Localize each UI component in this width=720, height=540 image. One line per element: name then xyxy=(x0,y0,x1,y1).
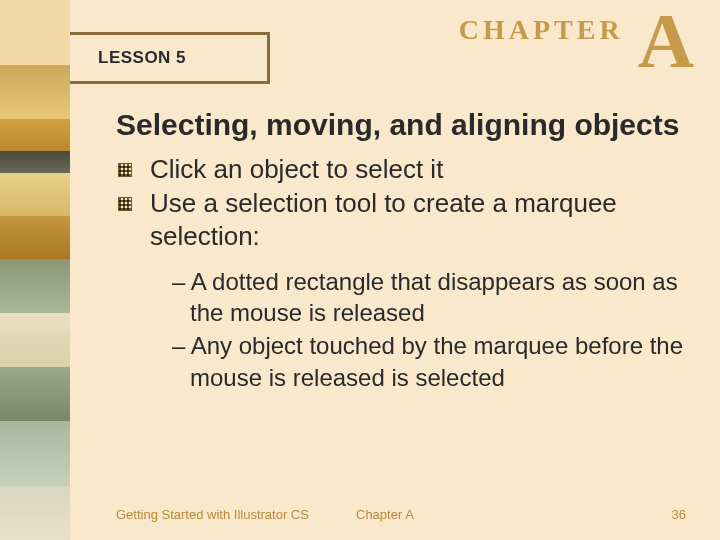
footer-center: Chapter A xyxy=(356,507,556,522)
lesson-label: LESSON 5 xyxy=(98,48,186,68)
slide-footer: Getting Started with Illustrator CS Chap… xyxy=(116,507,696,522)
decorative-left-strip xyxy=(0,0,70,540)
sub-bullet-list: – A dotted rectangle that disappears as … xyxy=(172,266,696,393)
sub-bullet-text: A dotted rectangle that disappears as so… xyxy=(190,268,678,326)
bullet-list: Click an object to select it Use a selec… xyxy=(116,153,696,253)
chapter-letter: A xyxy=(638,8,694,74)
bullet-item: Use a selection tool to create a marquee… xyxy=(116,187,696,252)
sub-bullet-item: – A dotted rectangle that disappears as … xyxy=(172,266,696,328)
footer-left: Getting Started with Illustrator CS xyxy=(116,507,356,522)
chapter-heading: CHAPTER A xyxy=(459,8,694,74)
footer-page-number: 36 xyxy=(556,507,696,522)
sub-bullet-item: – Any object touched by the marquee befo… xyxy=(172,330,696,392)
sub-bullet-text: Any object touched by the marquee before… xyxy=(190,332,683,390)
slide-content: Selecting, moving, and aligning objects … xyxy=(116,108,696,395)
slide-title: Selecting, moving, and aligning objects xyxy=(116,108,696,143)
bullet-item: Click an object to select it xyxy=(116,153,696,186)
chapter-word: CHAPTER xyxy=(459,14,624,46)
lesson-box: LESSON 5 xyxy=(70,32,270,84)
